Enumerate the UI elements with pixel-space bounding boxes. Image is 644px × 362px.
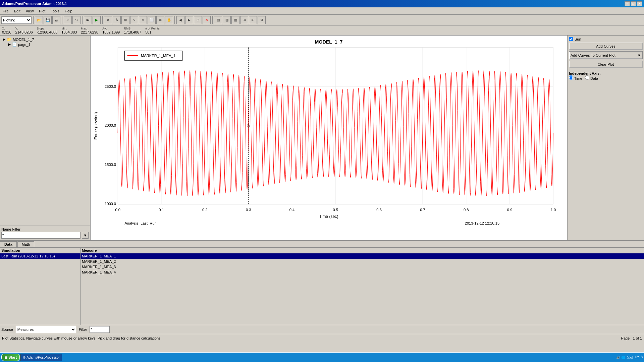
pan-button[interactable]: ✋ <box>165 16 173 24</box>
range-button[interactable]: ▤ <box>214 16 222 24</box>
measure-item-4[interactable]: MARKER_1_MEA_4 <box>80 269 644 275</box>
measure-item-3[interactable]: MARKER_1_MEA_3 <box>80 264 644 269</box>
tab-math[interactable]: Math <box>17 241 34 247</box>
filter-input[interactable] <box>90 326 110 333</box>
range2-button[interactable]: ▥ <box>223 16 231 24</box>
stat-min-label: Min: <box>61 27 77 30</box>
status-text: Plot Statistics. Navigate curves with mo… <box>2 336 162 340</box>
menu-help[interactable]: Help <box>62 8 75 14</box>
svg-text:MODEL_1_7: MODEL_1_7 <box>315 39 343 45</box>
measure-item-1[interactable]: MARKER_1_MEA_1 <box>80 253 644 259</box>
export-button[interactable]: ⇤ <box>249 16 257 24</box>
radio-data-text: Data <box>590 76 598 80</box>
stat-pts-value: 501 <box>145 30 160 34</box>
add-curves-button[interactable]: Add Curves <box>569 43 643 50</box>
simulation-panel: Simulation Last_Run (2013-12-12 12:18:15… <box>0 248 80 325</box>
save-button[interactable]: 💾 <box>44 16 52 24</box>
name-filter-input-row: ▼ <box>1 232 89 239</box>
zoom-fit-button[interactable]: ⊡ <box>194 16 202 24</box>
tree-expand-icon-page: ▶ <box>8 42 11 47</box>
svg-text:0.0: 0.0 <box>115 208 120 212</box>
menu-tools[interactable]: Tools <box>48 8 62 14</box>
radio-data[interactable] <box>585 75 589 80</box>
tree-item-model[interactable]: ▶ 📁 MODEL_1_7 <box>1 37 89 42</box>
add-curves-current-label: Add Curves To Current Plot <box>571 53 615 57</box>
page-label: Page <box>621 336 630 340</box>
sim-item-last-run[interactable]: Last_Run (2013-12-12 12:18:15) <box>0 253 80 259</box>
taskbar-item-adams[interactable]: ⚙ Adams/PostProcessor <box>20 354 62 361</box>
zoom-forward-button[interactable]: ▶ <box>185 16 193 24</box>
page-value: 1 of 1 <box>633 336 642 340</box>
tab-data[interactable]: Data <box>0 241 17 247</box>
chart-area[interactable]: MODEL_1_7 1000.0 1500.0 2000.0 2500. <box>91 36 567 240</box>
fft-button[interactable]: ∿ <box>130 16 138 24</box>
taskbar-icons: 🔊 🌐 <box>616 356 625 359</box>
add-curves-current-container: Add Curves To Current Plot ▼ <box>569 51 643 59</box>
filter-label: Filter <box>79 327 87 331</box>
open-button[interactable]: 📂 <box>35 16 43 24</box>
independent-axis-section: Independent Axis: Time Data <box>569 71 643 80</box>
clear-plot-button[interactable]: Clear Plot <box>569 61 643 68</box>
stat-rms-value: 1718.4067 <box>124 30 141 34</box>
redo-button[interactable]: ↪ <box>72 16 80 24</box>
svg-text:Time (sec): Time (sec) <box>319 214 338 219</box>
start-button[interactable]: ⊞ Start <box>1 354 20 361</box>
add-curves-to-current-button[interactable]: Add Curves To Current Plot ▼ <box>569 52 642 59</box>
svg-text:0.2: 0.2 <box>202 208 207 212</box>
bottom-panel: Data Math Simulation Last_Run (2013-12-1… <box>0 240 644 334</box>
print-button[interactable]: 🖨 <box>52 16 60 24</box>
settings-button[interactable]: ⚙ <box>258 16 266 24</box>
source-label: Source <box>1 327 13 331</box>
bottom-content: Simulation Last_Run (2013-12-12 12:18:15… <box>0 248 644 325</box>
stat-rms: RMS: 1718.4067 <box>124 27 141 34</box>
tree-item-page[interactable]: ▶ 📄 page_1 <box>1 42 89 47</box>
menu-plot[interactable]: Plot <box>36 8 48 14</box>
taskbar-icon-adams: ⚙ <box>23 356 26 359</box>
import-button[interactable]: ⇥ <box>240 16 248 24</box>
box-select-button[interactable]: ⬜ <box>148 16 156 24</box>
name-filter-dropdown[interactable]: ▼ <box>82 232 89 239</box>
svg-text:0.7: 0.7 <box>420 208 425 212</box>
window-controls[interactable]: − □ ✕ <box>625 1 642 6</box>
stat-y: Y: 2143.0206 <box>15 27 33 34</box>
svg-text:0.5: 0.5 <box>333 208 338 212</box>
svg-text:2000.0: 2000.0 <box>105 123 116 127</box>
filter-button[interactable]: ≈ <box>139 16 147 24</box>
minimize-button[interactable]: − <box>625 1 630 6</box>
tree-folder-icon-page: 📄 <box>12 42 17 47</box>
measure-header: Measure <box>80 248 644 253</box>
undo-button[interactable]: ↩ <box>64 16 72 24</box>
cursor-button[interactable]: ✕ <box>104 16 112 24</box>
menu-file[interactable]: File <box>0 8 11 14</box>
toolbar-separator-4 <box>102 16 103 24</box>
label-button[interactable]: A <box>113 16 121 24</box>
menu-view[interactable]: View <box>23 8 37 14</box>
chart-svg: MODEL_1_7 1000.0 1500.0 2000.0 2500. <box>91 36 567 240</box>
maximize-button[interactable]: □ <box>631 1 636 6</box>
stop-button[interactable]: ✕ <box>203 16 211 24</box>
stat-pts: # of Points: 501 <box>145 27 160 34</box>
play-back-button[interactable]: ⏮ <box>84 16 92 24</box>
menu-bar: File Edit View Plot Tools Help <box>0 7 644 15</box>
surf-checkbox[interactable] <box>569 37 573 41</box>
mode-select[interactable]: Plotting <box>1 16 32 24</box>
play-button[interactable]: ▶ <box>93 16 101 24</box>
stat-avg-value: 1682.1099 <box>102 30 120 34</box>
stat-avg-label: Avg: <box>102 27 120 30</box>
name-filter-input[interactable] <box>1 232 80 239</box>
source-select[interactable]: Measures <box>16 326 76 333</box>
measure-panel: Measure MARKER_1_MEA_1 MARKER_1_MEA_2 MA… <box>80 248 644 325</box>
svg-text:MARKER_1_MEA_1: MARKER_1_MEA_1 <box>141 54 175 58</box>
range3-button[interactable]: ▦ <box>231 16 239 24</box>
zoom-back-button[interactable]: ◀ <box>176 16 184 24</box>
svg-text:1000.0: 1000.0 <box>105 202 116 206</box>
menu-edit[interactable]: Edit <box>11 8 23 14</box>
radio-time[interactable] <box>569 75 573 80</box>
stat-rms-label: RMS: <box>124 27 141 30</box>
measure-button[interactable]: ⊞ <box>121 16 129 24</box>
fit-button[interactable]: ⊕ <box>156 16 164 24</box>
close-button[interactable]: ✕ <box>637 1 642 6</box>
bottom-footer: Source Measures Filter <box>0 325 644 334</box>
independent-axis-label: Independent Axis: <box>569 71 643 75</box>
measure-item-2[interactable]: MARKER_1_MEA_2 <box>80 259 644 264</box>
